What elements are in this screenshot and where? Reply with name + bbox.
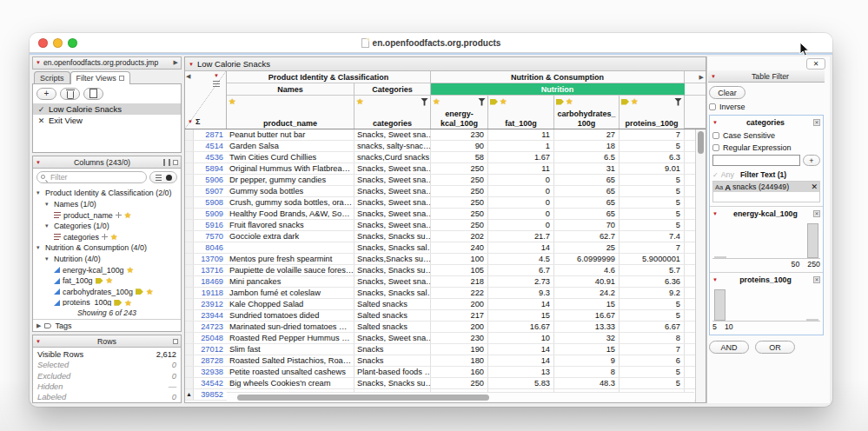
filter-funnel-icon[interactable] (478, 98, 486, 106)
match-case-icon[interactable]: Aa (715, 183, 723, 191)
cell-proteins[interactable]: 8 (620, 333, 685, 343)
table-corner-cell[interactable]: ◀ ▼ ▼ Σ (185, 71, 227, 129)
row-number[interactable]: 27012 (194, 345, 227, 354)
column-tree-item[interactable]: energy-kcal_100g★ (33, 264, 181, 275)
cell-energy[interactable]: 250 (431, 175, 488, 185)
cell-carbs[interactable]: 27 (554, 129, 620, 140)
cell-product_name[interactable]: Big wheels Cookies'n cream (227, 378, 354, 388)
source-table-header[interactable]: ▼ en.openfoodfacts.org.products.jmp ▶ (32, 56, 182, 70)
cell-energy[interactable]: 250 (431, 209, 488, 219)
table-row[interactable]: 34542Big wheels Cookies'n creamSnacks, S… (185, 378, 695, 389)
cell-fat[interactable]: 14 (488, 299, 554, 309)
cell-proteins[interactable]: 6 (620, 355, 685, 366)
filter-text-input[interactable] (712, 155, 800, 166)
row-state-cell[interactable] (185, 242, 194, 253)
cell-product_name[interactable]: Marinated sun-dried tomatoes … (227, 322, 354, 332)
red-triangle-menu-icon[interactable]: ▼ (712, 211, 718, 216)
cell-product_name[interactable]: Mini pancakes (227, 276, 354, 287)
cell-energy[interactable]: 160 (431, 367, 488, 377)
column-tree-item[interactable]: categories★ (33, 231, 181, 242)
cell-energy[interactable]: 250 (431, 220, 488, 230)
table-row[interactable]: 2871Peanut butter nut barSnacks, Sweet s… (185, 129, 695, 141)
red-triangle-menu-icon[interactable]: ▼ (36, 339, 41, 344)
row-state-cell[interactable] (185, 355, 194, 366)
row-state-cell[interactable] (185, 186, 194, 196)
red-triangle-menu-icon[interactable]: ▼ (36, 60, 41, 65)
row-stat[interactable]: Selected0 (33, 360, 181, 370)
cell-fat[interactable]: 4.5 (488, 254, 554, 264)
row-number[interactable]: 13709 (194, 255, 227, 263)
table-row[interactable]: 4514Garden Salsasnacks, salty-snac…90118… (185, 141, 695, 152)
cell-categories[interactable]: snacks, salty-snac… (354, 141, 431, 151)
energy-histogram[interactable] (712, 221, 820, 259)
case-sensitive-checkbox[interactable] (712, 132, 719, 139)
column-header-categories[interactable]: ★categories (354, 96, 431, 129)
table-row[interactable]: 5908Crush, gummy soda bottles, ora…Snack… (185, 197, 695, 209)
cell-carbs[interactable]: 24.2 (554, 288, 620, 298)
column-tree-item[interactable]: proteins_100g★ (33, 297, 181, 306)
column-tree-item[interactable]: ▾Names (1/0) (33, 199, 181, 210)
caret-down-icon[interactable]: ▾ (36, 244, 43, 251)
column-tree-item[interactable]: carbohydrates_100g★ (33, 286, 181, 297)
red-triangle-menu-icon[interactable]: ▼ (712, 277, 718, 282)
table-row[interactable]: 5907Gummy soda bottlesSnacks, Sweet sna…… (185, 186, 695, 197)
cell-categories[interactable]: Snacks (354, 344, 431, 355)
row-state-cell[interactable] (185, 231, 194, 242)
cell-proteins[interactable]: 5.9000001 (620, 254, 685, 264)
cell-energy[interactable]: 190 (431, 344, 488, 355)
cell-carbs[interactable]: 65 (554, 197, 620, 208)
table-row[interactable]: 23944Sundried tomatoes didedSalted snack… (185, 310, 695, 322)
cell-proteins[interactable]: 9.2 (620, 288, 685, 298)
cell-categories[interactable]: Snacks, Sweet sna… (354, 129, 431, 140)
row-state-cell[interactable] (185, 141, 194, 151)
row-state-cell[interactable] (185, 322, 194, 332)
row-stat[interactable]: Hidden— (33, 381, 181, 392)
caret-down-icon[interactable]: ▾ (45, 201, 51, 208)
cell-fat[interactable]: 21.7 (488, 231, 554, 242)
cell-proteins[interactable]: 5 (620, 378, 685, 388)
caret-right-icon[interactable]: ▶ (36, 322, 41, 329)
cell-fat[interactable]: 14 (488, 355, 554, 366)
cell-proteins[interactable]: 5 (620, 175, 685, 185)
scroll-up-indicator-icon[interactable]: ▲ (186, 391, 192, 397)
cell-product_name[interactable]: Healthy Food Brands, A&W, So… (227, 209, 354, 219)
remove-filter-text-icon[interactable]: ✕ (811, 182, 818, 191)
tab-scripts[interactable]: Scripts (34, 71, 70, 84)
cell-categories[interactable]: Snacks, Snacks su… (354, 231, 431, 242)
case-sensitive-row[interactable]: Case Sensitive (712, 131, 820, 140)
cell-energy[interactable]: 240 (431, 242, 488, 253)
red-triangle-menu-icon[interactable]: ▼ (36, 160, 41, 165)
table-row[interactable]: 28728Roasted Salted Pistachios, Roa…Snac… (185, 355, 695, 367)
cell-proteins[interactable]: 5 (620, 367, 685, 377)
cell-carbs[interactable]: 65 (554, 186, 620, 196)
cell-categories[interactable]: Snacks, Snacks sal… (354, 242, 431, 253)
cell-product_name[interactable]: Petite roasted unsalted cashews (227, 367, 354, 377)
table-row[interactable]: 5906Dr pepper, gummy candiesSnacks, Swee… (185, 175, 695, 186)
cell-fat[interactable]: 0 (488, 186, 554, 196)
row-state-cell[interactable] (185, 220, 194, 230)
row-number[interactable]: 32938 (194, 368, 227, 376)
group-header-product-identity[interactable]: Product Identity & Classification (227, 71, 431, 83)
close-panel-button[interactable]: ✕ (806, 58, 825, 70)
subgroup-header-nutrition[interactable]: Nutrition (431, 83, 685, 96)
red-triangle-menu-icon[interactable]: ▼ (188, 119, 193, 124)
cell-proteins[interactable]: 5 (620, 220, 685, 230)
cell-carbs[interactable]: 31 (554, 163, 620, 174)
filter-text-item[interactable]: Aa A snacks (244949) ✕ (713, 182, 819, 192)
cell-carbs[interactable]: 40.91 (554, 276, 620, 287)
cell-proteins[interactable]: 6.36 (620, 276, 685, 287)
cell-product_name[interactable]: Paupiette de volaille sauce fores… (227, 265, 354, 275)
scroll-left-icon[interactable]: ◀ (186, 73, 190, 80)
tags-row[interactable]: ▶ Tags (33, 319, 181, 331)
cell-fat[interactable]: 6.7 (488, 265, 554, 275)
column-tree-item[interactable]: ▾Nutrition & Consumption (4/0) (33, 242, 181, 254)
cell-proteins[interactable]: 5 (620, 299, 685, 309)
cell-product_name[interactable]: Dr pepper, gummy candies (227, 175, 354, 185)
histogram-high-bar[interactable] (714, 289, 726, 321)
subgroup-header-names[interactable]: Names (227, 83, 354, 96)
row-number[interactable]: 23944 (194, 311, 227, 320)
cell-product_name[interactable]: Crush, gummy soda bottles, ora… (227, 197, 354, 208)
cell-proteins[interactable]: 5.7 (620, 265, 685, 275)
row-number[interactable]: 5907 (194, 187, 227, 196)
column-header-carbs[interactable]: ★carbohydrates_100g (554, 96, 620, 129)
